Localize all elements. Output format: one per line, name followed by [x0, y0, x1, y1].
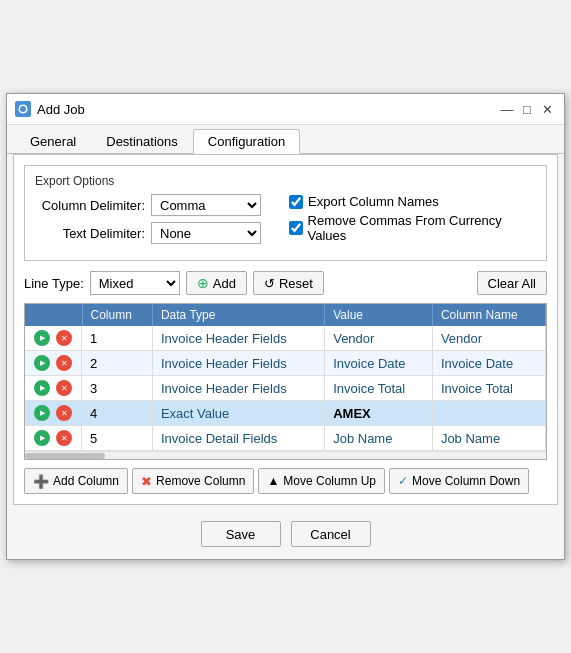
row-data-type: Invoice Header Fields: [152, 351, 324, 376]
delete-icon: [56, 380, 72, 396]
save-button[interactable]: Save: [201, 521, 281, 547]
tab-general[interactable]: General: [15, 129, 91, 153]
clear-all-button[interactable]: Clear All: [477, 271, 547, 295]
move-column-up-button[interactable]: ▲ Move Column Up: [258, 468, 385, 494]
bottom-toolbar: ➕ Add Column ✖ Remove Column ▲ Move Colu…: [24, 468, 547, 494]
checkbox-group: Export Column Names Remove Commas From C…: [289, 194, 536, 243]
remove-commas-label: Remove Commas From Currency Values: [308, 213, 536, 243]
row-play-button[interactable]: [33, 329, 51, 347]
main-window: Add Job — □ ✕ General Destinations Confi…: [6, 93, 565, 560]
move-up-icon: ▲: [267, 474, 279, 488]
title-bar: Add Job — □ ✕: [7, 94, 564, 125]
column-delimiter-row: Column Delimiter: Comma Tab Semicolon Pi…: [35, 194, 261, 216]
col-header-column: Column: [82, 304, 152, 326]
export-column-names-checkbox[interactable]: [289, 195, 303, 209]
play-icon: [34, 430, 50, 446]
add-icon: ⊕: [197, 275, 209, 291]
row-column-name: Job Name: [432, 426, 545, 451]
row-delete-button[interactable]: [55, 404, 73, 422]
maximize-button[interactable]: □: [518, 100, 536, 118]
row-delete-button[interactable]: [55, 379, 73, 397]
export-options-legend: Export Options: [35, 174, 536, 188]
play-icon: [34, 405, 50, 421]
text-delimiter-select[interactable]: None Double Quote Single Quote: [151, 222, 261, 244]
row-delete-button[interactable]: [55, 429, 73, 447]
window-title: Add Job: [37, 102, 492, 117]
column-delimiter-select[interactable]: Comma Tab Semicolon Pipe: [151, 194, 261, 216]
row-data-type: Exact Value: [152, 401, 324, 426]
row-data-type: Invoice Detail Fields: [152, 426, 324, 451]
row-column-name: Vendor: [432, 326, 545, 351]
window-icon: [15, 101, 31, 117]
row-column-number: 3: [82, 376, 152, 401]
text-delimiter-row: Text Delimiter: None Double Quote Single…: [35, 222, 261, 244]
table-row[interactable]: 4Exact ValueAMEX: [25, 401, 546, 426]
row-column-number: 2: [82, 351, 152, 376]
row-actions-cell: [25, 376, 82, 400]
col-header-data-type: Data Type: [152, 304, 324, 326]
data-table-container: Column Data Type Value Column Name 1Invo…: [24, 303, 547, 460]
reset-icon: ↺: [264, 276, 275, 291]
remove-column-button[interactable]: ✖ Remove Column: [132, 468, 254, 494]
row-value: Invoice Total: [325, 376, 433, 401]
table-header-row: Column Data Type Value Column Name: [25, 304, 546, 326]
delete-icon: [56, 405, 72, 421]
line-type-label: Line Type:: [24, 276, 84, 291]
row-data-type: Invoice Header Fields: [152, 326, 324, 351]
row-column-name: Invoice Date: [432, 351, 545, 376]
remove-commas-row: Remove Commas From Currency Values: [289, 213, 536, 243]
add-button[interactable]: ⊕ Add: [186, 271, 247, 295]
text-delimiter-label: Text Delimiter:: [35, 226, 145, 241]
row-value: Invoice Date: [325, 351, 433, 376]
delete-icon: [56, 430, 72, 446]
row-play-button[interactable]: [33, 354, 51, 372]
line-type-select[interactable]: Mixed Header Detail: [90, 271, 180, 295]
row-column-name: Invoice Total: [432, 376, 545, 401]
col-header-actions: [25, 304, 82, 326]
col-header-value: Value: [325, 304, 433, 326]
horizontal-scrollbar[interactable]: [25, 451, 546, 459]
tab-bar: General Destinations Configuration: [7, 125, 564, 154]
move-down-icon: ✓: [398, 474, 408, 488]
cancel-button[interactable]: Cancel: [291, 521, 371, 547]
footer: Save Cancel: [7, 511, 564, 559]
add-column-button[interactable]: ➕ Add Column: [24, 468, 128, 494]
row-actions-cell: [25, 326, 82, 350]
row-data-type: Invoice Header Fields: [152, 376, 324, 401]
row-play-button[interactable]: [33, 379, 51, 397]
row-column-number: 1: [82, 326, 152, 351]
data-table: Column Data Type Value Column Name 1Invo…: [25, 304, 546, 451]
table-row[interactable]: 3Invoice Header FieldsInvoice TotalInvoi…: [25, 376, 546, 401]
row-column-number: 5: [82, 426, 152, 451]
close-button[interactable]: ✕: [538, 100, 556, 118]
export-options-section: Export Options Column Delimiter: Comma T…: [24, 165, 547, 261]
col-header-column-name: Column Name: [432, 304, 545, 326]
export-column-names-row: Export Column Names: [289, 194, 536, 209]
row-column-number: 4: [82, 401, 152, 426]
scrollbar-thumb: [25, 453, 105, 459]
row-delete-button[interactable]: [55, 329, 73, 347]
table-row[interactable]: 1Invoice Header FieldsVendorVendor: [25, 326, 546, 351]
row-actions-cell: [25, 401, 82, 425]
table-row[interactable]: 5Invoice Detail FieldsJob NameJob Name: [25, 426, 546, 451]
delete-icon: [56, 355, 72, 371]
table-row[interactable]: 2Invoice Header FieldsInvoice DateInvoic…: [25, 351, 546, 376]
row-column-name: [432, 401, 545, 426]
minimize-button[interactable]: —: [498, 100, 516, 118]
tab-configuration[interactable]: Configuration: [193, 129, 300, 154]
main-content: Export Options Column Delimiter: Comma T…: [13, 154, 558, 505]
remove-commas-checkbox[interactable]: [289, 221, 303, 235]
column-delimiter-label: Column Delimiter:: [35, 198, 145, 213]
remove-column-icon: ✖: [141, 474, 152, 489]
play-icon: [34, 380, 50, 396]
reset-button[interactable]: ↺ Reset: [253, 271, 324, 295]
move-column-down-button[interactable]: ✓ Move Column Down: [389, 468, 529, 494]
delete-icon: [56, 330, 72, 346]
row-delete-button[interactable]: [55, 354, 73, 372]
row-play-button[interactable]: [33, 404, 51, 422]
row-actions-cell: [25, 351, 82, 375]
svg-point-1: [20, 106, 26, 112]
row-play-button[interactable]: [33, 429, 51, 447]
tab-destinations[interactable]: Destinations: [91, 129, 193, 153]
row-value: Vendor: [325, 326, 433, 351]
